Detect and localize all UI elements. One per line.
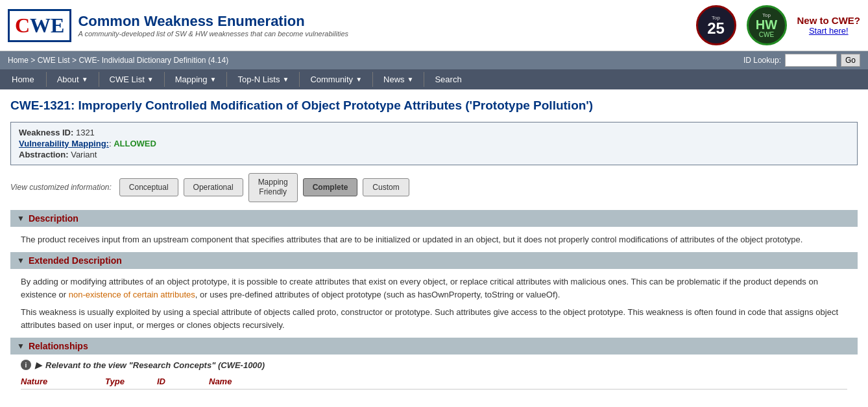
logo-subtitle: A community-developed list of SW & HW we… (78, 30, 348, 38)
hw-sub-text: CWE (759, 31, 774, 38)
logo-e: E (51, 14, 64, 38)
relationships-arrow: ▼ (17, 342, 25, 351)
nav-about-arrow: ▼ (82, 76, 88, 83)
description-section: ▼ Description The product receives input… (10, 210, 858, 253)
view-btn-mapping-friendly[interactable]: MappingFriendly (248, 173, 298, 202)
abstraction-label: Abstraction: (19, 150, 69, 159)
abstraction-value: Variant (71, 150, 97, 159)
relationships-title: Relationships (29, 341, 88, 351)
new-to-cwe-area: New to CWE? Start here! (797, 15, 861, 36)
relationship-expand-arrow[interactable]: ▶ (35, 360, 42, 370)
logo-title: Common Weakness Enumeration (78, 13, 348, 30)
weakness-id-label: Weakness ID: (19, 128, 73, 137)
logo-w: W (30, 14, 51, 38)
view-btn-conceptual[interactable]: Conceptual (119, 178, 178, 196)
breadcrumb-current: CWE- Individual Dictionary Definition (4… (78, 56, 228, 65)
description-title: Description (29, 213, 78, 224)
id-lookup-label: ID Lookup: (743, 56, 781, 65)
breadcrumb-home[interactable]: Home (8, 56, 29, 65)
nav-news-arrow: ▼ (407, 76, 414, 83)
table-header: Nature Type ID Name (21, 374, 847, 390)
extended-desc-p2: This weakness is usually exploited by us… (21, 306, 847, 331)
relationships-section: ▼ Relationships i ▶ Relevant to the view… (10, 338, 858, 395)
new-to-cwe-title: New to CWE? (797, 15, 861, 26)
th-type: Type (105, 377, 157, 386)
nav-cwelist-arrow: ▼ (147, 76, 154, 83)
top25-badge[interactable]: Top 25 (696, 5, 736, 45)
description-header[interactable]: ▼ Description (10, 210, 858, 227)
extended-description-content: By adding or modifying attributes of an … (10, 269, 858, 338)
relationship-view-title: Relevant to the view "Research Concepts"… (45, 360, 265, 370)
breadcrumb: Home > CWE List > CWE- Individual Dictio… (8, 56, 228, 65)
id-lookup-area: ID Lookup: Go (743, 54, 860, 67)
header: C W E Common Weakness Enumeration A comm… (0, 0, 868, 51)
info-box: Weakness ID: 1321 Vulnerability Mapping:… (10, 122, 858, 165)
th-id: ID (157, 377, 209, 386)
breadcrumb-bar: Home > CWE List > CWE- Individual Dictio… (0, 51, 868, 69)
nav-mapping[interactable]: Mapping ▼ (165, 69, 227, 89)
extended-description-title: Extended Description (29, 255, 122, 266)
extended-description-header[interactable]: ▼ Extended Description (10, 252, 858, 269)
top25-number: 25 (707, 21, 725, 36)
nav-community[interactable]: Community ▼ (300, 69, 372, 89)
page-title: CWE-1321: Improperly Controlled Modifica… (10, 97, 858, 114)
hw-badge[interactable]: Top HW CWE (747, 5, 787, 45)
nav-topn[interactable]: Top-N Lists ▼ (227, 69, 299, 89)
hw-text: HW (756, 18, 777, 31)
nav-cwe-list[interactable]: CWE List ▼ (99, 69, 164, 89)
th-name: Name (209, 377, 847, 386)
relationships-content: i ▶ Relevant to the view "Research Conce… (10, 355, 858, 395)
relationship-view-row: i ▶ Relevant to the view "Research Conce… (21, 360, 847, 370)
vuln-mapping-link[interactable]: Vulnerability Mapping: (19, 139, 109, 148)
description-arrow: ▼ (17, 214, 25, 223)
view-row: View customized information: Conceptual … (10, 173, 858, 202)
logo-c: C (15, 14, 30, 38)
highlight1: non-existence of certain attributes (69, 290, 195, 299)
description-content: The product receives input from an upstr… (10, 227, 858, 253)
nav-bar: Home About ▼ CWE List ▼ Mapping ▼ Top-N … (0, 69, 868, 89)
vuln-mapping-row: Vulnerability Mapping:: ALLOWED (19, 139, 849, 148)
nav-home[interactable]: Home (0, 69, 46, 89)
nav-mapping-arrow: ▼ (210, 76, 217, 83)
view-btn-custom[interactable]: Custom (363, 178, 409, 196)
header-right: Top 25 Top HW CWE New to CWE? Start here… (696, 5, 861, 45)
view-btn-complete[interactable]: Complete (303, 178, 358, 196)
page-content: CWE-1321: Improperly Controlled Modifica… (0, 89, 868, 402)
view-label: View customized information: (10, 183, 112, 192)
view-btn-operational[interactable]: Operational (184, 178, 243, 196)
id-lookup-button[interactable]: Go (841, 54, 860, 67)
breadcrumb-sep1: > (30, 56, 37, 65)
start-here-link[interactable]: Start here! (809, 26, 849, 36)
nav-search[interactable]: Search (424, 69, 472, 89)
description-text: The product receives input from an upstr… (21, 233, 847, 246)
relationships-header[interactable]: ▼ Relationships (10, 338, 858, 355)
nav-topn-arrow: ▼ (282, 76, 289, 83)
nav-news[interactable]: News ▼ (373, 69, 424, 89)
extended-description-section: ▼ Extended Description By adding or modi… (10, 252, 858, 338)
logo: C W E (8, 9, 71, 42)
id-lookup-input[interactable] (785, 54, 837, 67)
vuln-mapping-value: ALLOWED (114, 139, 156, 148)
nav-about[interactable]: About ▼ (47, 69, 99, 89)
info-icon[interactable]: i (21, 360, 31, 370)
abstraction-row: Abstraction: Variant (19, 150, 849, 159)
weakness-id-row: Weakness ID: 1321 (19, 128, 849, 137)
breadcrumb-cwe-list[interactable]: CWE List (38, 56, 70, 65)
breadcrumb-sep2: > (72, 56, 78, 65)
logo-area: C W E Common Weakness Enumeration A comm… (8, 9, 696, 42)
weakness-id-value: 1321 (76, 128, 95, 137)
extended-description-arrow: ▼ (17, 256, 25, 265)
extended-desc-p1: By adding or modifying attributes of an … (21, 275, 847, 301)
th-nature: Nature (21, 377, 105, 386)
logo-text-area: Common Weakness Enumeration A community-… (78, 13, 348, 38)
nav-community-arrow: ▼ (356, 76, 362, 83)
